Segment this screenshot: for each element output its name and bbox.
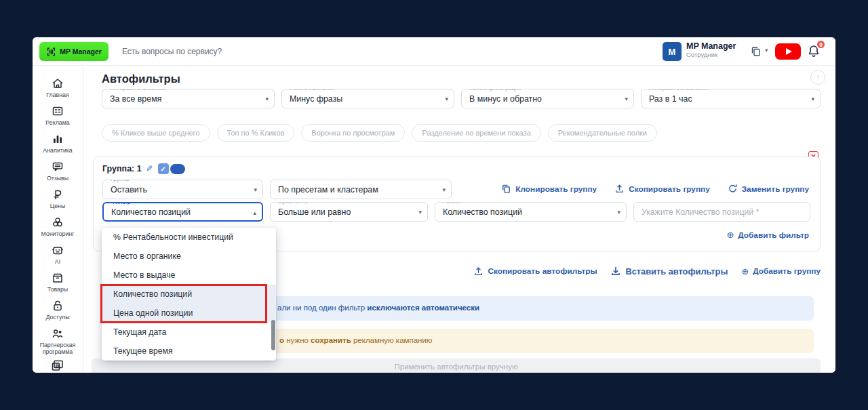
add-filter-button[interactable]: ⊕ Добавить фильтр xyxy=(726,230,809,240)
upload-icon xyxy=(614,184,625,194)
chevron-down-icon: ▾ xyxy=(617,209,620,216)
avatar[interactable]: M xyxy=(663,42,682,61)
workspace-caret-icon[interactable]: ▾ xyxy=(765,47,768,54)
group-enabled-toggle[interactable]: ✓ xyxy=(158,163,185,174)
plus-circle-icon: ⊕ xyxy=(741,266,749,276)
ruble-icon xyxy=(51,188,64,201)
select-campaign-mode[interactable]: Режим кампании Минус фразы ▾ xyxy=(281,89,454,108)
robot-icon xyxy=(51,243,64,257)
dropdown-item-position-count[interactable]: Количество позиций xyxy=(102,285,276,304)
select-comparison[interactable]: Сравнение * Больше или равно ▾ xyxy=(270,202,428,222)
scroll-top-button[interactable]: ↑ xyxy=(810,70,825,85)
copy-group-button[interactable]: Скопировать группу xyxy=(614,184,710,194)
workspace-copy-icon[interactable] xyxy=(750,45,762,57)
chevron-up-icon: ▴ xyxy=(253,209,256,216)
sidebar: Главная Реклама Аналитика Отзывы Цены xyxy=(33,66,83,373)
clone-group-button[interactable]: Клонировать группу xyxy=(501,184,597,194)
edit-group-icon[interactable]: ✎ xyxy=(146,164,153,173)
user-role: Сотрудник xyxy=(686,51,736,58)
preset-chips: % Кликов выше среднего Топ по % Кликов В… xyxy=(102,124,657,142)
notifications-bell[interactable]: 0 xyxy=(806,43,823,60)
sidebar-item-analitika[interactable]: Аналитика xyxy=(33,132,83,154)
apply-autofilters-button[interactable]: Применить автофильтры вручную xyxy=(92,358,821,373)
logo[interactable]: MP Manager xyxy=(39,42,108,61)
chevron-down-icon: ▾ xyxy=(418,209,422,216)
dropdown-item-position-price[interactable]: Цена одной позиции xyxy=(102,304,276,323)
logo-text: MP Manager xyxy=(60,47,102,56)
sidebar-item-dostupy[interactable]: Доступы xyxy=(33,299,83,321)
sidebar-item-monitoring[interactable]: Мониторинг xyxy=(33,216,83,237)
lock-icon xyxy=(51,299,64,312)
user-info: MP Manager Сотрудник xyxy=(686,41,736,58)
select-presets-clusters[interactable]: По пресетам и кластерам ▾ xyxy=(270,180,452,199)
group-title: Группа: 1 xyxy=(102,164,142,173)
monitoring-knot-icon xyxy=(51,216,64,229)
chip-clicks-above-avg[interactable]: % Кликов выше среднего xyxy=(102,124,210,142)
arrow-up-icon: ↑ xyxy=(816,73,820,82)
replace-group-button[interactable]: Заменить группу xyxy=(728,184,809,194)
topbar: MP Manager M MP Manager Сотрудник ▾ 0 xyxy=(33,37,835,66)
position-count-input[interactable] xyxy=(633,202,810,222)
chevron-down-icon: ▾ xyxy=(445,96,448,102)
paste-autofilters-button[interactable]: Вставить автофильтры xyxy=(610,266,728,276)
add-group-button[interactable]: ⊕ Добавить группу xyxy=(741,266,821,276)
sidebar-item-partial[interactable] xyxy=(50,358,65,373)
chevron-down-icon: ▾ xyxy=(625,96,628,102)
logo-barcode-icon xyxy=(46,47,56,57)
dropdown-item-serp-place[interactable]: Место в выдаче xyxy=(102,266,276,285)
play-icon xyxy=(786,48,792,55)
plus-circle-icon: ⊕ xyxy=(726,230,734,240)
sidebar-item-ai[interactable]: AI xyxy=(33,243,83,265)
select-mode[interactable]: Режим * Количество позиций ▾ xyxy=(435,202,627,222)
group-actions: Клонировать группу Скопировать группу За… xyxy=(501,184,809,194)
box-icon xyxy=(51,271,64,285)
sidebar-item-partnerskaya[interactable]: Партнерская программа xyxy=(33,327,83,355)
upload-icon xyxy=(473,266,484,276)
select-stat-interval[interactable]: Интервал статистики За все время ▾ xyxy=(102,89,275,108)
service-question-input[interactable] xyxy=(122,41,665,62)
sidebar-item-otzyvy[interactable]: Отзывы xyxy=(33,160,83,182)
dropdown-item-organic-place[interactable]: Место в органике xyxy=(102,247,276,266)
dropdown-item-roi[interactable]: % Рентабельности инвестиций xyxy=(102,228,276,247)
chip-views-funnel[interactable]: Воронка по просмотрам xyxy=(301,124,405,142)
notifications-badge: 0 xyxy=(816,39,826,49)
dropdown-item-current-date[interactable]: Текущая дата xyxy=(102,323,276,342)
dropdown-scrollbar[interactable] xyxy=(271,320,275,350)
page-title: Автофильтры xyxy=(102,73,180,85)
toggle-knob xyxy=(170,164,185,174)
download-icon xyxy=(610,266,621,276)
sidebar-item-glavnaya[interactable]: Главная xyxy=(33,77,83,98)
dropdown-item-current-time[interactable]: Текущее время xyxy=(102,342,276,361)
select-update-interval[interactable]: Интервал обновления Раз в 1 час ▾ xyxy=(641,89,821,108)
chevron-down-icon: ▾ xyxy=(254,186,257,193)
clone-icon xyxy=(501,184,511,194)
main-content: Автофильтры ↑ Интервал статистики За все… xyxy=(83,66,835,373)
sidebar-item-tseny[interactable]: Цены xyxy=(33,188,83,209)
check-icon: ✓ xyxy=(158,163,169,174)
info-banner-text: али ни под один фильтр исключаются автом… xyxy=(277,304,479,312)
copy-autofilters-button[interactable]: Скопировать автофильтры xyxy=(473,266,597,276)
home-icon xyxy=(51,77,64,90)
chevron-down-icon: ▾ xyxy=(442,186,446,193)
windows-icon xyxy=(50,358,65,373)
sidebar-item-tovary[interactable]: Товары xyxy=(33,271,83,293)
app-window: MP Manager M MP Manager Сотрудник ▾ 0 xyxy=(33,37,835,373)
chip-time-split[interactable]: Разделение по времени показа xyxy=(412,124,540,142)
select-filter[interactable]: Фильтр Количество позиций ▴ xyxy=(102,202,263,222)
chip-recommend-shelves[interactable]: Рекомендательные полки xyxy=(548,124,657,142)
select-filter-mode[interactable]: Режим фильтрации В минус и обратно ▾ xyxy=(461,89,634,108)
select-group-action[interactable]: Группа Оставить ▾ xyxy=(102,180,263,199)
sidebar-item-reklama[interactable]: Реклама xyxy=(33,104,83,126)
partners-icon xyxy=(51,327,64,340)
user-name: MP Manager xyxy=(686,41,736,51)
group-header: Группа: 1 ✎ ✓ xyxy=(102,163,185,174)
refresh-icon xyxy=(728,184,738,194)
chip-top-clicks[interactable]: Топ по % Кликов xyxy=(217,124,295,142)
autofilter-actions: Скопировать автофильтры Вставить автофил… xyxy=(473,266,821,276)
warning-banner-text: о нужно сохранить рекламную кампанию xyxy=(279,336,432,344)
ads-icon xyxy=(51,104,64,118)
youtube-button[interactable] xyxy=(775,43,801,60)
reviews-bubble-icon xyxy=(51,160,64,173)
chevron-down-icon: ▾ xyxy=(265,96,269,102)
analytics-bars-icon xyxy=(51,132,64,146)
